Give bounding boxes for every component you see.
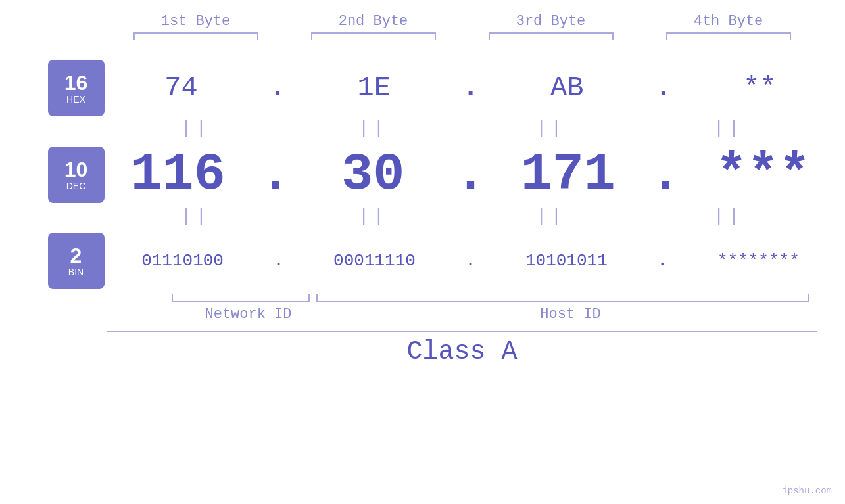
bracket-1 <box>133 32 258 40</box>
equals-6: || <box>308 206 439 226</box>
hex-badge: 16 HEX <box>48 60 105 116</box>
dec-byte-2: 30 <box>307 145 439 204</box>
hex-row: 16 HEX 74 . 1E . AB . ** <box>48 60 837 116</box>
byte-labels-row: 1st Byte 2nd Byte 3rd Byte 4th Byte <box>107 13 817 30</box>
dec-values: 116 . 30 . 171 . *** <box>105 145 837 204</box>
bin-dot-3: . <box>658 252 668 269</box>
dec-row: 10 DEC 116 . 30 . 171 . *** <box>48 145 837 204</box>
bracket-3 <box>489 32 614 40</box>
bin-byte-4: ******** <box>692 251 824 271</box>
bracket-row-top <box>107 32 817 40</box>
dec-badge: 10 DEC <box>48 147 105 203</box>
hex-base-number: 16 <box>64 72 88 93</box>
equals-row-2: || || || || <box>107 206 817 226</box>
host-bracket <box>316 294 809 302</box>
dec-byte-1: 116 <box>112 145 244 204</box>
hex-dot-2: . <box>462 74 479 102</box>
bracket-2 <box>311 32 436 40</box>
bin-dot-2: . <box>466 252 476 269</box>
bin-values: 01110100 . 00011110 . 10101011 . *******… <box>105 251 837 271</box>
hex-byte-3: AB <box>501 72 633 104</box>
byte-label-4: 4th Byte <box>663 13 794 30</box>
equals-4: || <box>663 118 794 138</box>
dec-base-number: 10 <box>64 159 88 180</box>
dec-dot-3: . <box>650 149 681 201</box>
bottom-brackets <box>107 294 817 302</box>
byte-label-2: 2nd Byte <box>308 13 439 30</box>
dec-byte-4: *** <box>697 145 829 204</box>
equals-7: || <box>485 206 617 226</box>
byte-label-3: 3rd Byte <box>485 13 617 30</box>
dec-base-label: DEC <box>66 181 86 191</box>
hex-values: 74 . 1E . AB . ** <box>105 72 837 104</box>
hex-byte-1: 74 <box>116 72 247 104</box>
bin-byte-1: 01110100 <box>117 251 249 271</box>
id-label-spacer <box>107 306 180 323</box>
bin-base-number: 2 <box>70 245 82 266</box>
class-row: Class A <box>107 337 817 367</box>
bin-dot-1: . <box>274 252 284 269</box>
hex-dot-3: . <box>655 74 671 102</box>
watermark: ipshu.com <box>782 486 832 496</box>
id-labels-row: Network ID Host ID <box>107 306 817 323</box>
class-bottom-line <box>107 331 817 332</box>
bracket-4 <box>666 32 791 40</box>
bin-byte-2: 00011110 <box>309 251 441 271</box>
main-container: 1st Byte 2nd Byte 3rd Byte 4th Byte 16 H… <box>0 0 845 504</box>
bin-byte-3: 10101011 <box>500 251 632 271</box>
bin-base-label: BIN <box>68 267 84 277</box>
host-id-label: Host ID <box>324 306 817 323</box>
equals-3: || <box>485 118 617 138</box>
bin-row: 2 BIN 01110100 . 00011110 . 10101011 . *… <box>48 233 837 289</box>
bin-badge: 2 BIN <box>48 233 105 289</box>
byte-label-1: 1st Byte <box>130 13 262 30</box>
equals-8: || <box>663 206 794 226</box>
hex-byte-4: ** <box>694 72 825 104</box>
dec-dot-1: . <box>260 149 291 201</box>
hex-byte-2: 1E <box>308 72 440 104</box>
equals-1: || <box>130 118 262 138</box>
network-id-label: Network ID <box>180 306 318 323</box>
equals-row-1: || || || || <box>107 118 817 138</box>
hex-dot-1: . <box>270 74 286 102</box>
dec-byte-3: 171 <box>502 145 634 204</box>
equals-5: || <box>130 206 262 226</box>
dec-dot-2: . <box>454 149 486 201</box>
equals-2: || <box>308 118 439 138</box>
class-label: Class A <box>406 337 517 367</box>
network-bracket <box>172 294 310 302</box>
hex-base-label: HEX <box>66 95 85 104</box>
